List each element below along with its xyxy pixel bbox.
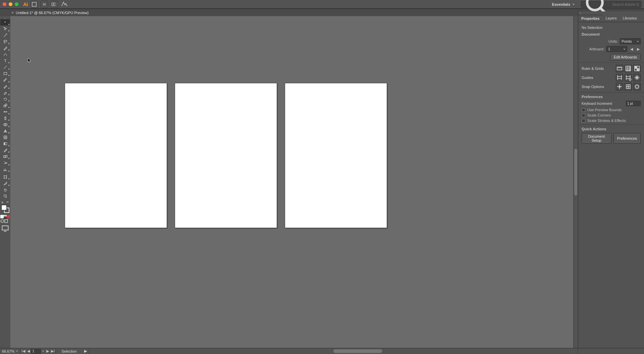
svg-rect-2 [54, 3, 55, 6]
svg-rect-17 [5, 220, 8, 223]
snap-grid-icon[interactable] [625, 83, 632, 90]
title-bar: Ai St Essentials [0, 0, 644, 9]
artboard-next-button[interactable]: ▶ [45, 349, 50, 353]
pencil-tool[interactable] [0, 83, 10, 89]
artboard-3[interactable] [285, 83, 387, 228]
horizontal-scrollbar[interactable] [89, 348, 578, 354]
column-graph-tool[interactable] [0, 166, 10, 172]
artboard-label: Artboard: [582, 47, 604, 51]
units-select[interactable]: Points [620, 38, 641, 44]
zoom-tool[interactable] [0, 193, 10, 199]
curvature-tool[interactable] [0, 51, 10, 57]
rotate-tool[interactable] [0, 96, 10, 102]
guides-lock-icon[interactable] [625, 74, 632, 81]
smart-guides-icon[interactable] [633, 74, 641, 81]
mesh-tool[interactable] [0, 134, 10, 140]
panel-collapse-icon[interactable]: ‹‹ [578, 11, 644, 15]
home-icon[interactable] [31, 1, 38, 8]
scale-tool[interactable] [0, 102, 10, 108]
svg-rect-6 [4, 105, 5, 107]
scale-strokes-checkbox[interactable] [582, 119, 585, 123]
close-window-button[interactable] [3, 2, 6, 6]
ruler-icon[interactable] [616, 65, 623, 72]
artboard-number-input[interactable] [31, 349, 41, 354]
fill-swatch[interactable] [1, 205, 7, 210]
free-transform-tool[interactable] [0, 115, 10, 121]
snap-pixel-icon[interactable] [633, 83, 641, 90]
current-tool-label: Selection [56, 349, 82, 353]
direct-selection-tool[interactable] [0, 26, 10, 32]
artboard-navigation: I◀ ◀ ▶ ▶I [20, 348, 56, 354]
rectangle-tool[interactable] [0, 70, 10, 77]
edit-artboards-button[interactable]: Edit Artboards [610, 54, 641, 60]
document-setup-button[interactable]: Document Setup [582, 133, 611, 144]
magic-wand-tool[interactable] [0, 32, 10, 38]
use-preview-bounds-checkbox[interactable] [582, 108, 585, 112]
use-preview-bounds-label: Use Preview Bounds [587, 108, 622, 112]
selection-status-label: No Selection [582, 26, 641, 30]
artboard-prev-button[interactable]: ◀ [629, 47, 634, 51]
maximize-window-button[interactable] [15, 2, 18, 6]
paintbrush-tool[interactable] [0, 77, 10, 83]
artboard-next-button[interactable]: ▶ [636, 47, 641, 51]
transparency-grid-icon[interactable] [633, 65, 641, 72]
workspace-switcher[interactable]: Essentials [549, 2, 578, 7]
eraser-tool[interactable] [0, 89, 10, 96]
symbol-sprayer-tool[interactable] [0, 160, 10, 166]
canvas-area[interactable]: ‹‹ [10, 16, 578, 348]
svg-rect-22 [637, 69, 639, 71]
arrange-documents-icon[interactable] [51, 1, 58, 8]
svg-rect-13 [5, 155, 7, 157]
pen-tool[interactable] [0, 45, 10, 51]
search-input[interactable] [612, 2, 639, 6]
tab-layers[interactable]: Layers [602, 15, 620, 22]
gpu-preview-icon[interactable] [61, 1, 68, 8]
zoom-select[interactable]: 66.67% [0, 348, 20, 354]
artboard-last-button[interactable]: ▶I [50, 349, 56, 353]
tab-properties[interactable]: Properties [578, 15, 602, 22]
artboard-1[interactable] [65, 83, 167, 228]
kbd-increment-input[interactable] [626, 101, 641, 106]
color-mode-row[interactable] [0, 215, 10, 218]
artboard-prev-button[interactable]: ◀ [26, 349, 31, 353]
stock-icon[interactable]: St [41, 1, 48, 8]
eyedropper-tool[interactable] [0, 147, 10, 153]
artboard-tool[interactable] [0, 174, 10, 180]
vertical-scrollbar[interactable] [573, 16, 578, 348]
svg-rect-12 [3, 156, 5, 158]
status-bar: 66.67% I◀ ◀ ▶ ▶I Selection ▶ [0, 348, 644, 354]
search-box[interactable] [581, 1, 641, 8]
svg-rect-7 [5, 104, 7, 105]
zoom-value: 66.67% [2, 349, 14, 353]
guides-show-icon[interactable] [616, 74, 623, 81]
snap-point-icon[interactable] [616, 83, 623, 90]
artboard-select[interactable]: 1 [606, 46, 627, 52]
slice-tool[interactable] [0, 180, 10, 186]
width-tool[interactable] [0, 108, 10, 115]
document-tab-title[interactable]: Untitled-1* @ 66.67% (CMYK/GPU Preview) [16, 11, 89, 15]
workspace-label: Essentials [552, 2, 570, 6]
fill-stroke-indicator[interactable] [1, 205, 9, 213]
status-menu-button[interactable]: ▶ [82, 349, 89, 353]
screen-mode-button[interactable] [0, 225, 10, 231]
artboard-first-button[interactable]: I◀ [20, 349, 26, 353]
artboard-2[interactable] [175, 83, 277, 228]
lasso-tool[interactable] [0, 38, 10, 45]
selection-tool[interactable] [0, 19, 10, 26]
blend-tool[interactable] [0, 153, 10, 160]
preferences-button[interactable]: Preferences [613, 133, 641, 144]
perspective-grid-tool[interactable] [0, 128, 10, 134]
shape-builder-tool[interactable] [0, 121, 10, 128]
line-segment-tool[interactable] [0, 64, 10, 70]
gradient-tool[interactable] [0, 140, 10, 147]
hand-tool[interactable] [0, 186, 10, 193]
close-document-button[interactable]: × [11, 10, 14, 15]
scale-corners-checkbox[interactable] [582, 114, 585, 117]
type-tool[interactable] [0, 57, 10, 64]
svg-point-25 [619, 86, 620, 87]
minimize-window-button[interactable] [9, 2, 12, 6]
grid-icon[interactable] [625, 65, 632, 72]
tab-libraries[interactable]: Libraries [620, 15, 640, 22]
cursor-icon [28, 58, 32, 63]
svg-rect-18 [2, 226, 8, 230]
